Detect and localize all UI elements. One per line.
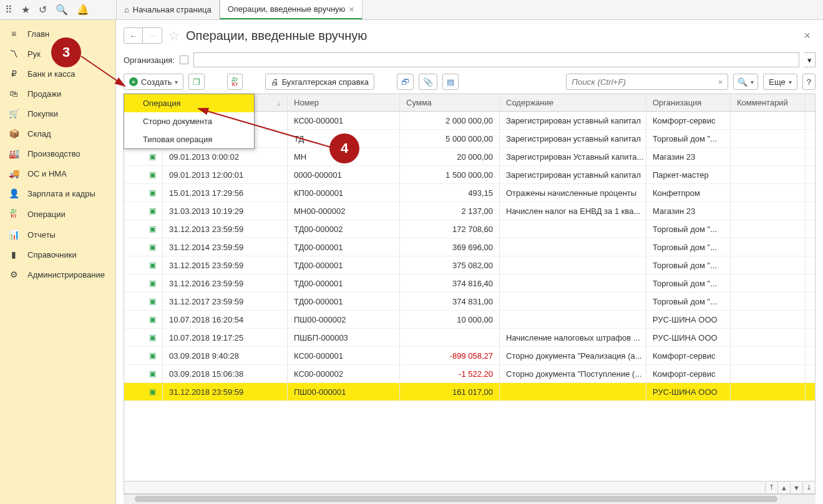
attach-button[interactable]: 📎 <box>419 74 437 90</box>
chevron-down-icon: ▾ <box>751 79 754 85</box>
search-input[interactable] <box>567 77 713 87</box>
forward-button[interactable]: → <box>143 28 162 43</box>
sidebar-item-operations[interactable]: ДтКтОперации <box>0 203 115 225</box>
search-icon[interactable]: 🔍 <box>56 4 68 16</box>
sidebar-item-label: Склад <box>27 129 51 138</box>
table-row[interactable]: ▣31.03.2013 10:19:29МН00-0000022 137,00Н… <box>124 202 815 220</box>
th-comment[interactable]: Комментарий <box>731 94 806 111</box>
sidebar-item-hr[interactable]: 👤Зарплата и кадры <box>0 183 115 203</box>
table-row[interactable]: ▣31.12.2013 23:59:59ТД00-000002172 708,6… <box>124 220 815 238</box>
last-page-icon[interactable]: ⤓ <box>802 482 815 493</box>
create-button[interactable]: + Создать ▾ <box>124 74 183 90</box>
bell-icon[interactable]: 🔔 <box>77 4 89 16</box>
dtkt-button[interactable]: ДтКт <box>227 74 242 90</box>
more-button[interactable]: Еще▾ <box>763 74 797 90</box>
cell-sum: 2 137,00 <box>400 202 500 220</box>
table-row[interactable]: ▣31.12.2015 23:59:59ТД00-000001375 082,0… <box>124 256 815 274</box>
cell-comment <box>731 329 806 346</box>
page-header: ← → ☆ Операции, введенные вручную × <box>124 25 816 50</box>
cell-org: РУС-ШИНА ООО <box>646 383 731 400</box>
first-page-icon[interactable]: ⤒ <box>765 482 777 493</box>
sidebar-item-bank[interactable]: ₽Банк и касса <box>0 64 115 84</box>
table-row[interactable]: ▣09.01.2013 0:00:02МН20 000,00Зарегистри… <box>124 148 815 166</box>
h-scrollbar[interactable] <box>124 494 816 504</box>
advanced-search-button[interactable]: 🔍▾ <box>733 74 758 90</box>
org-input[interactable] <box>193 52 799 67</box>
row-icon-cell: ▣ <box>124 311 163 328</box>
cell-number: ТД00-000001 <box>288 256 400 274</box>
table-row[interactable]: ▣03.09.2018 9:40:28КС00-000001-899 058,2… <box>124 347 815 365</box>
cell-content: Сторно документа "Реализация (а... <box>500 347 646 364</box>
favorite-icon[interactable]: ☆ <box>168 28 180 43</box>
menu-item-operation[interactable]: Операция <box>124 94 254 112</box>
menu-item-label: Типовая операция <box>143 135 212 144</box>
org-dropdown-button[interactable]: ▾ <box>804 52 816 67</box>
report-button[interactable]: 🖨 Бухгалтерская справка <box>265 74 374 90</box>
prev-page-icon[interactable]: ▲ <box>777 482 790 493</box>
table-row[interactable]: ▣31.12.2016 23:59:59ТД00-000001374 816,4… <box>124 274 815 293</box>
sidebar-item-warehouse[interactable]: 📦Склад <box>0 124 115 143</box>
th-org[interactable]: Организация <box>646 94 731 111</box>
next-page-icon[interactable]: ▼ <box>790 482 802 493</box>
th-sum[interactable]: Сумма <box>400 94 500 111</box>
back-button[interactable]: ← <box>124 28 143 43</box>
tab-home[interactable]: ⌂ Начальная страница <box>116 0 220 19</box>
th-number[interactable]: Номер <box>288 94 400 111</box>
chevron-down-icon: ▾ <box>175 79 178 85</box>
filter-row: Организация: ▾ <box>124 50 816 74</box>
document-icon: ▣ <box>149 261 156 269</box>
sidebar-item-sales[interactable]: 🛍Продажи <box>0 84 115 104</box>
sidebar-item-purchases[interactable]: 🛒Покупки <box>0 104 115 124</box>
cell-content <box>500 238 646 256</box>
sidebar-item-reports[interactable]: 📊Отчеты <box>0 225 115 245</box>
sidebar-item-production[interactable]: 🏭Производство <box>0 143 115 163</box>
help-button[interactable]: ? <box>802 74 816 90</box>
cell-number: КС00-000002 <box>288 365 400 382</box>
menu-item-storno[interactable]: Сторно документа <box>124 112 254 130</box>
row-icon-cell: ▣ <box>124 220 163 238</box>
copy-button[interactable]: ❐ <box>188 74 205 90</box>
cell-date: 31.12.2015 23:59:59 <box>163 256 288 274</box>
close-icon[interactable]: × <box>804 29 816 42</box>
sidebar-item-catalogs[interactable]: ▮Справочники <box>0 245 115 264</box>
cell-comment <box>731 220 806 238</box>
table-row[interactable]: ▣31.12.2014 23:59:59ТД00-000001369 696,0… <box>124 238 815 256</box>
cell-date: 03.09.2018 9:40:28 <box>163 347 288 364</box>
table-row[interactable]: ▣31.12.2017 23:59:59ТД00-000001374 831,0… <box>124 293 815 311</box>
scroll-thumb[interactable] <box>135 496 777 502</box>
star-icon[interactable]: ★ <box>21 4 30 16</box>
table-row[interactable]: ▣15.01.2013 17:29:56КП00-000001493,15Отр… <box>124 184 815 202</box>
cell-sum: 1 500 000,00 <box>400 166 500 183</box>
cell-comment <box>731 274 806 292</box>
cell-sum <box>400 329 500 346</box>
clear-icon[interactable]: × <box>713 77 728 87</box>
cell-org: РУС-ШИНА ООО <box>646 311 731 328</box>
list-button[interactable]: ▤ <box>442 74 459 90</box>
plus-icon: + <box>129 77 138 86</box>
close-icon[interactable]: × <box>349 4 354 14</box>
table-row[interactable]: ▣10.07.2018 19:17:25ПШБП-000003Начислени… <box>124 329 815 347</box>
tab-operations[interactable]: Операции, введенные вручную × <box>220 0 363 19</box>
sidebar-item-label: Зарплата и кадры <box>27 189 95 198</box>
row-icon-cell: ▣ <box>124 238 163 256</box>
link-button[interactable]: 🗗 <box>397 74 414 90</box>
table-row[interactable]: ▣31.12.2018 23:59:59ПШ00-000001161 017,0… <box>124 383 815 401</box>
org-checkbox[interactable] <box>180 56 188 64</box>
apps-icon[interactable]: ⠿ <box>5 4 12 16</box>
list-icon: ▤ <box>447 77 454 87</box>
table-row[interactable]: ▣09.01.2013 12:00:010000-0000011 500 000… <box>124 166 815 184</box>
menu-item-template[interactable]: Типовая операция <box>124 130 254 148</box>
cell-org: Магазин 23 <box>646 148 731 165</box>
sidebar-item-admin[interactable]: ⚙Администрирование <box>0 264 115 284</box>
cell-org: Комфорт-сервис <box>646 112 731 129</box>
cell-comment <box>731 184 806 201</box>
sidebar-item-assets[interactable]: 🚚ОС и НМА <box>0 163 115 183</box>
history-icon[interactable]: ↺ <box>39 4 47 16</box>
document-icon: ▣ <box>149 279 156 288</box>
cell-comment <box>731 130 806 147</box>
table-row[interactable]: ▣03.09.2018 15:06:38КС00-000002-1 522,20… <box>124 365 815 383</box>
cell-comment <box>731 293 806 310</box>
row-icon-cell: ▣ <box>124 148 163 165</box>
table-row[interactable]: ▣10.07.2018 16:20:54ПШ00-00000210 000,00… <box>124 311 815 329</box>
th-content[interactable]: Содержание <box>500 94 646 111</box>
